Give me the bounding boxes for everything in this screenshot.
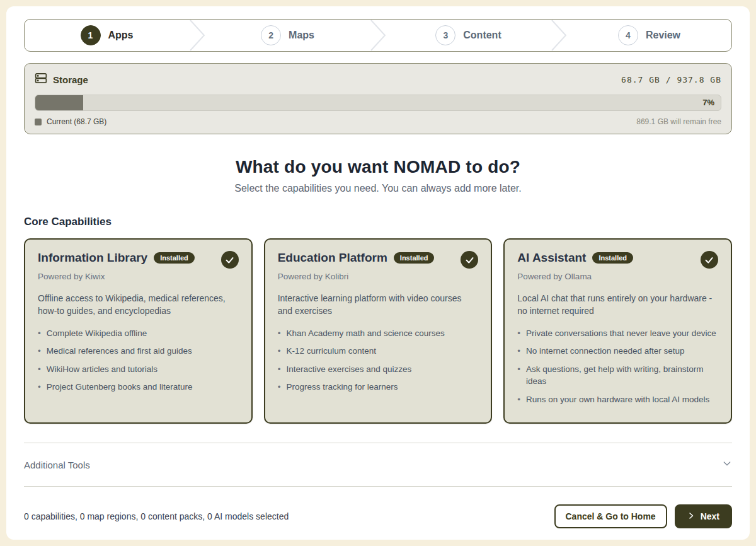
selected-check-icon	[701, 251, 718, 269]
feature-item: •Ask questions, get help with writing, b…	[517, 363, 718, 388]
wizard-stepper: 1 Apps 2 Maps 3 Content 4 Review	[24, 19, 732, 52]
chevron-down-icon	[722, 458, 732, 471]
selection-summary: 0 capabilities, 0 map regions, 0 content…	[24, 511, 289, 521]
feature-item: •Private conversations that never leave …	[517, 327, 718, 340]
installed-badge: Installed	[394, 252, 435, 264]
setup-wizard-panel: 1 Apps 2 Maps 3 Content 4 Review	[6, 6, 750, 540]
feature-item: •Runs on your own hardware with local AI…	[517, 393, 718, 406]
storage-panel: Storage 68.7 GB / 937.8 GB 7% Current (6…	[24, 63, 732, 134]
legend-current-label: Current (68.7 GB)	[47, 117, 106, 126]
core-capabilities-heading: Core Capabilities	[24, 216, 732, 228]
card-powered-by: Powered by Ollama	[517, 272, 718, 281]
chevron-right-icon	[687, 511, 695, 521]
capability-card-ai-assistant[interactable]: AI Assistant Installed Powered by Ollama…	[503, 238, 732, 424]
card-description: Offline access to Wikipedia, medical ref…	[38, 292, 239, 318]
capability-card-information-library[interactable]: Information Library Installed Powered by…	[24, 238, 253, 424]
step-label: Content	[463, 30, 501, 41]
step-separator-icon	[551, 20, 567, 51]
step-maps[interactable]: 2 Maps	[205, 20, 370, 51]
card-feature-list: •Khan Academy math and science courses •…	[278, 327, 479, 393]
step-number-badge: 2	[261, 25, 281, 45]
feature-item: •Interactive exercises and quizzes	[278, 363, 479, 376]
card-title: Information Library	[38, 251, 147, 265]
legend-current-swatch	[35, 119, 42, 125]
page-title: What do you want NOMAD to do?	[24, 157, 732, 177]
step-number-badge: 3	[435, 25, 455, 45]
storage-usage-value: 68.7 GB / 937.8 GB	[621, 75, 721, 84]
feature-item: •Complete Wikipedia offline	[38, 327, 239, 340]
step-separator-icon	[189, 20, 205, 51]
selected-check-icon	[221, 251, 239, 269]
card-feature-list: •Complete Wikipedia offline •Medical ref…	[38, 327, 239, 393]
installed-badge: Installed	[592, 252, 633, 264]
capability-cards: Information Library Installed Powered by…	[24, 238, 732, 424]
page-subtitle: Select the capabilities you need. You ca…	[24, 183, 732, 194]
next-button[interactable]: Next	[675, 504, 732, 528]
feature-item: •WikiHow articles and tutorials	[38, 363, 239, 376]
additional-tools-label: Additional Tools	[24, 460, 90, 470]
storage-progress-bar: 7%	[35, 95, 721, 111]
card-description: Interactive learning platform with video…	[278, 292, 479, 318]
storage-progress-fill	[35, 95, 83, 110]
step-apps[interactable]: 1 Apps	[25, 20, 189, 51]
storage-free-note: 869.1 GB will remain free	[636, 117, 721, 126]
card-powered-by: Powered by Kolibri	[278, 272, 479, 281]
card-description: Local AI chat that runs entirely on your…	[517, 292, 718, 318]
capability-card-education-platform[interactable]: Education Platform Installed Powered by …	[264, 238, 493, 424]
additional-tools-toggle[interactable]: Additional Tools	[24, 443, 732, 486]
feature-item: •Khan Academy math and science courses	[278, 327, 479, 340]
selected-check-icon	[461, 251, 478, 269]
feature-item: •Medical references and first aid guides	[38, 345, 239, 357]
divider	[24, 486, 732, 487]
next-button-label: Next	[701, 511, 719, 521]
card-feature-list: •Private conversations that never leave …	[517, 327, 718, 406]
step-separator-icon	[370, 20, 386, 51]
card-title: Education Platform	[278, 251, 387, 265]
step-label: Review	[646, 30, 680, 41]
storage-title: Storage	[53, 74, 88, 85]
storage-percent-label: 7%	[702, 95, 714, 110]
feature-item: •K-12 curriculum content	[278, 345, 479, 357]
cancel-go-home-button[interactable]: Cancel & Go to Home	[554, 504, 667, 528]
step-label: Apps	[108, 30, 134, 41]
step-number-badge: 1	[81, 25, 101, 45]
step-review[interactable]: 4 Review	[567, 20, 731, 51]
card-powered-by: Powered by Kiwix	[38, 272, 239, 281]
feature-item: •Project Gutenberg books and literature	[38, 381, 239, 393]
installed-badge: Installed	[154, 252, 195, 264]
step-number-badge: 4	[618, 25, 638, 45]
step-content[interactable]: 3 Content	[386, 20, 551, 51]
feature-item: •No internet connection needed after set…	[517, 345, 718, 357]
storage-drive-icon	[35, 72, 47, 87]
step-label: Maps	[289, 30, 314, 41]
card-title: AI Assistant	[517, 251, 586, 265]
feature-item: •Progress tracking for learners	[278, 381, 479, 393]
